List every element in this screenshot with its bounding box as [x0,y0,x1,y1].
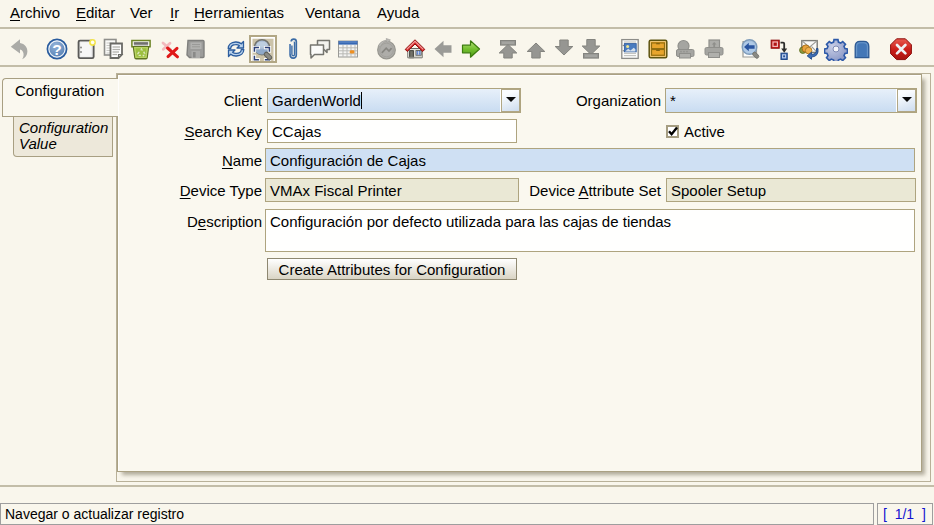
svg-text:?: ? [52,41,61,58]
